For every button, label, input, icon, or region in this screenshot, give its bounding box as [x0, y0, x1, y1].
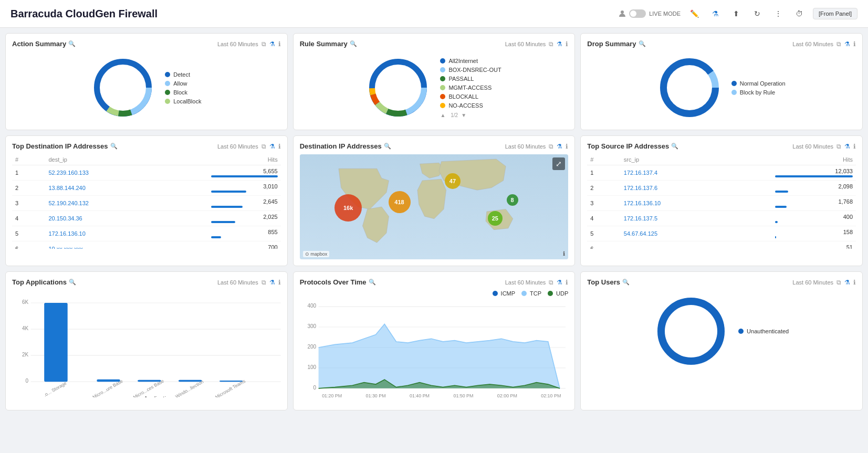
dest-ip-map-copy-icon[interactable]: ⧉: [549, 143, 553, 150]
svg-text:2K: 2K: [22, 352, 29, 357]
drop-summary-title: Drop Summary 🔍: [587, 40, 645, 48]
dest-ip-map-info-icon[interactable]: ℹ: [566, 143, 568, 150]
src-ip-hits-6: 51: [772, 241, 856, 249]
top-source-ip-filter-icon[interactable]: ⚗: [844, 143, 850, 150]
dest-ip-map-search-icon[interactable]: 🔍: [384, 143, 391, 150]
rule-summary-search-icon[interactable]: 🔍: [350, 40, 357, 47]
dest-ip-map-filter-icon[interactable]: ⚗: [557, 143, 562, 150]
svg-text:01:20 PM: 01:20 PM: [322, 393, 342, 398]
rule-summary-copy-icon[interactable]: ⧉: [549, 40, 553, 48]
svg-point-12: [375, 65, 421, 111]
app-title: Barracuda CloudGen Firewall: [11, 8, 158, 20]
rule-summary-donut: [367, 56, 430, 119]
svg-text:02:00 PM: 02:00 PM: [497, 393, 517, 398]
top-bar: Barracuda CloudGen Firewall LIVE MODE ✏️…: [0, 0, 868, 28]
top-users-search-icon[interactable]: 🔍: [622, 279, 630, 286]
top-applications-title: Top Applications 🔍: [12, 278, 76, 286]
src-ip-hits-1: 12,033: [772, 165, 856, 181]
src-col-rank: #: [587, 154, 620, 165]
map-info-icon[interactable]: ℹ: [563, 250, 565, 257]
top-users-info-icon[interactable]: ℹ: [853, 279, 856, 286]
map-bubble-25[interactable]: 25: [488, 211, 503, 226]
top-dest-ip-search-icon[interactable]: 🔍: [110, 143, 118, 150]
dest-ip-address-1[interactable]: 52.239.160.133: [45, 165, 208, 181]
top-source-ip-copy-icon[interactable]: ⧉: [836, 143, 841, 150]
src-ip-address-6[interactable]: ...: [621, 241, 772, 249]
top-applications-info-icon[interactable]: ℹ: [278, 279, 281, 286]
top-source-ip-info-icon[interactable]: ℹ: [853, 143, 856, 150]
action-summary-title: Action Summary 🔍: [12, 40, 76, 48]
svg-text:01:50 PM: 01:50 PM: [453, 393, 473, 398]
more-icon[interactable]: ⋮: [771, 6, 786, 21]
drop-summary-copy-icon[interactable]: ⧉: [836, 40, 841, 48]
top-users-copy-icon[interactable]: ⧉: [836, 279, 841, 286]
drop-summary-search-icon[interactable]: 🔍: [639, 40, 646, 47]
rule-summary-info-icon[interactable]: ℹ: [566, 40, 568, 48]
src-ip-address-2[interactable]: 172.16.137.6: [621, 181, 772, 196]
dashboard: Action Summary 🔍 Last 60 Minutes ⧉ ⚗ ℹ: [0, 28, 868, 416]
src-ip-address-5[interactable]: 54.67.64.125: [621, 226, 772, 241]
drop-summary-info-icon[interactable]: ℹ: [853, 40, 856, 48]
action-summary-donut: [91, 56, 154, 119]
action-summary-info-icon[interactable]: ℹ: [278, 40, 281, 48]
dest-ip-row-6: 6 10.xx.xxx.xxx 700: [12, 241, 281, 249]
src-ip-address-4[interactable]: 172.16.137.5: [621, 211, 772, 226]
bar-storage[interactable]: [44, 303, 67, 382]
top-applications-copy-icon[interactable]: ⧉: [262, 279, 266, 286]
share-icon[interactable]: ⬆: [729, 6, 744, 21]
top-dest-ip-copy-icon[interactable]: ⧉: [262, 143, 266, 150]
edit-icon[interactable]: ✏️: [687, 6, 702, 21]
map-bubble-16k[interactable]: 16k: [334, 194, 362, 222]
top-source-ip-table: # src_ip Hits 1 172.16.137.4 12,033 2 17…: [587, 154, 856, 249]
source-ip-row-5: 5 54.67.64.125 158: [587, 226, 856, 241]
action-summary-search-icon[interactable]: 🔍: [68, 40, 76, 47]
top-source-ip-title: Top Source IP Addresses 🔍: [587, 142, 678, 150]
dest-ip-rank-2: 2: [12, 181, 45, 196]
action-summary-copy-icon[interactable]: ⧉: [262, 40, 266, 48]
live-mode-switch[interactable]: [629, 9, 646, 18]
dest-ip-address-3[interactable]: 52.190.240.132: [45, 196, 208, 211]
dest-ip-address-5[interactable]: 172.16.136.10: [45, 226, 208, 241]
action-summary-filter-icon[interactable]: ⚗: [269, 40, 275, 48]
live-mode-label: LIVE MODE: [649, 10, 681, 17]
filter-icon[interactable]: ⚗: [708, 6, 723, 21]
dest-ip-address-4[interactable]: 20.150.34.36: [45, 211, 208, 226]
dest-ip-address-6[interactable]: 10.xx.xxx.xxx: [45, 241, 208, 249]
src-ip-hits-2: 2,098: [772, 181, 856, 196]
refresh-icon[interactable]: ↻: [750, 6, 765, 21]
dest-ip-map-panel: Destination IP Addresses 🔍 Last 60 Minut…: [293, 135, 576, 266]
src-ip-address-1[interactable]: 172.16.137.4: [621, 165, 772, 181]
protocols-copy-icon[interactable]: ⧉: [549, 279, 553, 286]
top-dest-ip-filter-icon[interactable]: ⚗: [269, 143, 275, 150]
protocols-filter-icon[interactable]: ⚗: [557, 279, 562, 286]
dest-ip-row-4: 4 20.150.34.36 2,025: [12, 211, 281, 226]
dest-ip-hits-5: 855: [208, 226, 280, 241]
map-bubble-8[interactable]: 8: [507, 194, 518, 206]
dest-ip-rank-4: 4: [12, 211, 45, 226]
top-applications-header: Top Applications 🔍 Last 60 Minutes ⧉ ⚗ ℹ: [12, 278, 281, 286]
protocols-search-icon[interactable]: 🔍: [369, 279, 376, 286]
top-source-ip-search-icon[interactable]: 🔍: [671, 143, 678, 150]
src-col-ip: src_ip: [621, 154, 772, 165]
svg-text:01:30 PM: 01:30 PM: [365, 393, 385, 398]
svg-text:01:40 PM: 01:40 PM: [410, 393, 430, 398]
dest-ip-row-2: 2 13.88.144.240 3,010: [12, 181, 281, 196]
top-applications-filter-icon[interactable]: ⚗: [269, 279, 275, 286]
top-applications-search-icon[interactable]: 🔍: [69, 279, 76, 286]
from-panel-button[interactable]: [From Panel]: [813, 8, 857, 19]
map-bubble-47[interactable]: 47: [445, 173, 461, 189]
map-bubble-418[interactable]: 418: [389, 191, 411, 213]
drop-summary-filter-icon[interactable]: ⚗: [844, 40, 850, 48]
protocols-info-icon[interactable]: ℹ: [566, 279, 568, 286]
map-expand-icon[interactable]: ⤢: [552, 157, 565, 170]
action-summary-legend: Detect Allow Block LocalBlock: [165, 71, 201, 104]
src-ip-address-3[interactable]: 172.16.136.10: [621, 196, 772, 211]
time-icon[interactable]: ⏱: [792, 6, 807, 21]
col-rank: #: [12, 154, 45, 165]
live-mode-toggle[interactable]: LIVE MODE: [619, 9, 681, 18]
dest-ip-address-2[interactable]: 13.88.144.240: [45, 181, 208, 196]
top-users-actions: Last 60 Minutes ⧉ ⚗ ℹ: [792, 279, 856, 286]
top-dest-ip-info-icon[interactable]: ℹ: [278, 143, 281, 150]
top-users-filter-icon[interactable]: ⚗: [844, 279, 850, 286]
rule-summary-filter-icon[interactable]: ⚗: [557, 40, 562, 48]
